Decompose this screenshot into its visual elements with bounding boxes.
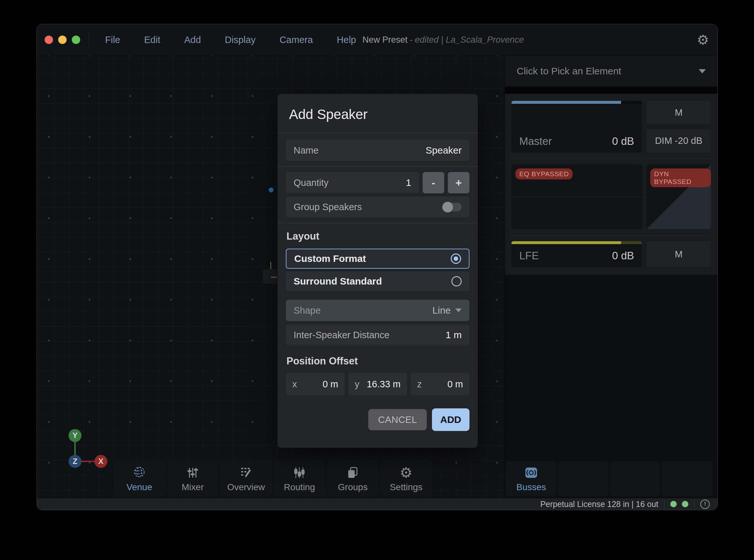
dynamics-display[interactable]: DYN BYPASSED <box>646 164 711 229</box>
settings-gear-icon[interactable]: ⚙ <box>697 24 709 55</box>
position-offset-heading: Position Offset <box>286 355 469 367</box>
menu-bar: File Edit Add Display Camera Help New Pr… <box>37 24 717 56</box>
master-row: Master 0 dB M DIM -20 dB <box>512 101 711 153</box>
inter-speaker-distance-field[interactable]: Inter-Speaker Distance 1 m <box>286 324 470 346</box>
quantity-field[interactable]: Quantity 1 <box>286 172 419 193</box>
quantity-value: 1 <box>406 177 411 188</box>
menu-display[interactable]: Display <box>225 35 255 45</box>
tab-label: Settings <box>390 482 422 493</box>
layout-option-custom-format[interactable]: Custom Format <box>286 248 470 269</box>
status-divider <box>664 500 664 508</box>
tab-settings[interactable]: ⚙ Settings <box>380 461 432 497</box>
tab-empty-slot[interactable] <box>662 461 712 497</box>
master-level: 0 dB <box>612 135 634 147</box>
position-offset-row: x 0 m y 16.33 m z 0 m <box>286 373 470 396</box>
dialog-actions: CANCEL ADD <box>286 408 470 431</box>
cancel-button[interactable]: CANCEL <box>368 409 427 431</box>
tab-label: Venue <box>126 482 152 493</box>
position-x-field[interactable]: x 0 m <box>286 373 345 396</box>
eq-display[interactable]: EQ BYPASSED <box>512 164 642 229</box>
bus-tab-bar: Busses <box>506 461 712 497</box>
layout-option-surround-standard[interactable]: Surround Standard <box>286 271 470 291</box>
axis-label: z <box>417 379 422 389</box>
option-label: Surround Standard <box>294 276 382 287</box>
tab-groups[interactable]: Groups <box>327 461 379 497</box>
menu-file[interactable]: File <box>105 35 120 45</box>
axis-line-x <box>81 461 95 462</box>
tab-venue[interactable]: Venue <box>114 461 165 497</box>
layers-icon <box>345 465 360 480</box>
radio-selected-icon[interactable] <box>451 254 461 264</box>
tab-label: Overview <box>227 482 265 493</box>
master-dim-button[interactable]: DIM -20 dB <box>646 129 711 153</box>
zoom-window-button[interactable] <box>72 36 80 44</box>
master-fader[interactable]: Master 0 dB <box>512 101 642 153</box>
position-y-field[interactable]: y 16.33 m <box>348 373 407 396</box>
lfe-mute-button[interactable]: M <box>646 241 711 267</box>
quantity-increment-button[interactable]: + <box>448 172 470 193</box>
menu-camera[interactable]: Camera <box>279 35 313 45</box>
divider <box>277 166 478 167</box>
tab-empty-slot[interactable] <box>610 461 660 497</box>
lfe-meter-fill <box>512 241 621 244</box>
lfe-row: LFE 0 dB M <box>512 241 711 267</box>
lfe-fader[interactable]: LFE 0 dB <box>512 241 642 267</box>
tab-busses[interactable]: Busses <box>506 461 556 497</box>
quantity-row: Quantity 1 - + <box>286 172 470 193</box>
license-status: Perpetual License 128 in | 16 out <box>540 500 658 509</box>
mixer-icon <box>185 465 200 480</box>
tab-empty-slot[interactable] <box>558 461 609 497</box>
tab-mixer[interactable]: Mixer <box>167 461 219 497</box>
chevron-down-icon <box>699 69 706 74</box>
shape-label: Shape <box>294 305 321 316</box>
axis-label: y <box>355 379 360 389</box>
speaker-preview[interactable] <box>262 269 278 284</box>
element-picker[interactable]: Click to Pick an Element <box>505 56 717 87</box>
group-speakers-toggle[interactable] <box>443 203 462 212</box>
axis-value: 0 m <box>323 379 338 389</box>
quantity-decrement-button[interactable]: - <box>422 172 444 193</box>
tab-label: Groups <box>338 482 368 493</box>
window-controls <box>37 36 80 44</box>
minimize-window-button[interactable] <box>58 36 66 44</box>
name-value: Speaker <box>425 145 462 156</box>
tab-routing[interactable]: Routing <box>274 461 325 497</box>
group-speakers-label: Group Speakers <box>294 202 362 213</box>
speaker-dot[interactable] <box>269 187 274 193</box>
close-window-button[interactable] <box>45 36 53 44</box>
name-field[interactable]: Name Speaker <box>286 140 470 161</box>
globe-icon <box>132 465 147 480</box>
axis-line-y <box>74 442 76 456</box>
group-speakers-row: Group Speakers <box>286 196 470 218</box>
gear-icon: ⚙ <box>399 465 414 480</box>
faders-icon <box>292 465 307 480</box>
speaker-bus-icon <box>524 465 539 480</box>
preset-detail: - edited | La_Scala_Provence <box>410 35 524 45</box>
menu-edit[interactable]: Edit <box>144 35 160 45</box>
tab-label: Mixer <box>182 482 204 493</box>
axis-value: 0 m <box>448 379 463 389</box>
position-z-field[interactable]: z 0 m <box>411 373 470 396</box>
status-ok-dot <box>670 501 677 507</box>
tab-label: Routing <box>284 482 315 493</box>
radio-unselected-icon[interactable] <box>451 276 462 286</box>
master-meter-track <box>512 101 642 104</box>
preset-name: New Preset <box>362 35 408 45</box>
divider <box>512 235 711 235</box>
axis-value: 16.33 m <box>366 379 401 389</box>
notifications-icon[interactable]: ! <box>700 500 710 509</box>
axis-x-ball: X <box>94 455 107 468</box>
distance-label: Inter-Speaker Distance <box>294 330 390 340</box>
add-button[interactable]: ADD <box>432 408 470 431</box>
menu-divider <box>88 33 89 47</box>
master-mute-button[interactable]: M <box>646 101 711 124</box>
tab-overview[interactable]: Overview <box>220 461 272 497</box>
tab-label: Busses <box>516 482 546 493</box>
add-speaker-dialog: Add Speaker Name Speaker Quantity 1 - + … <box>277 94 478 448</box>
menu-add[interactable]: Add <box>184 35 201 45</box>
bottom-tab-bar: Venue Mixer <box>114 461 432 497</box>
chevron-down-icon <box>455 308 462 312</box>
menu-help[interactable]: Help <box>337 35 356 45</box>
shape-dropdown[interactable]: Shape Line <box>286 300 470 321</box>
eq-bypassed-badge: EQ BYPASSED <box>515 168 573 179</box>
